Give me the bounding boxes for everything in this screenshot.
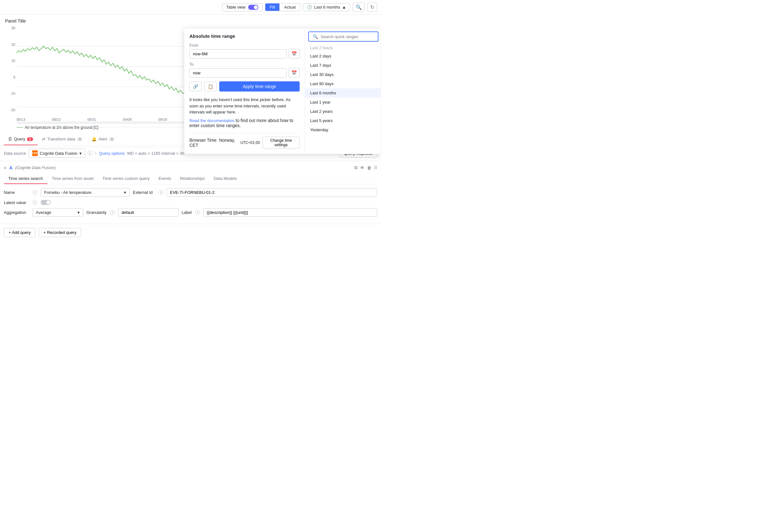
apply-time-range-button[interactable]: Apply time range — [219, 81, 300, 92]
time-picker-left: Absolute time range From 📅 To 📅 🔗 📋 Appl… — [184, 28, 305, 154]
panel-title: Panel Title — [5, 19, 376, 24]
external-id-info-icon[interactable]: i — [158, 190, 163, 195]
tp-buttons: 🔗 📋 Apply time range — [190, 81, 300, 92]
x-label: 08/31 — [87, 117, 96, 121]
name-chevron-icon: ▾ — [124, 190, 126, 195]
inner-tab-time-series-search[interactable]: Time series search — [4, 174, 47, 184]
datasource-label: Data source — [4, 151, 26, 156]
zoom-button[interactable]: 🔍 — [353, 3, 365, 12]
search-quick-ranges-input[interactable] — [321, 34, 374, 39]
label-info-icon[interactable]: i — [195, 210, 200, 215]
time-picker-right: 🔍 Last 2 hoursLast 2 daysLast 7 daysLast… — [305, 28, 381, 154]
to-row: 📅 — [190, 68, 300, 78]
x-label: 09/18 — [158, 117, 167, 121]
doc-link-text: Read the documentation to find out more … — [190, 118, 300, 128]
collapse-button[interactable]: ∨ — [4, 166, 7, 170]
granularity-input[interactable] — [118, 208, 179, 217]
quick-range-item[interactable]: Last 30 days — [305, 70, 381, 79]
latest-value-knob — [46, 200, 50, 204]
chart-y-labels: 3020100-10-20 — [5, 26, 15, 112]
datasource-select[interactable]: CDF Cognite Data Fusion ▾ — [29, 149, 85, 158]
chevron-down-icon: ▾ — [79, 151, 82, 156]
inner-tab-data-models[interactable]: Data Models — [209, 174, 241, 184]
external-id-input[interactable] — [167, 188, 377, 197]
clock-icon: 🕐 — [307, 5, 312, 10]
top-bar: Table view Fill Actual 🕐 Last 6 months ▲… — [0, 0, 381, 15]
label-input[interactable] — [203, 208, 377, 217]
doc-link[interactable]: Read the documentation — [190, 118, 235, 123]
paste-button[interactable]: 📋 — [204, 82, 217, 91]
toggle-query-icon[interactable]: 👁 — [360, 165, 364, 170]
inner-tab-events[interactable]: Events — [154, 174, 176, 184]
inner-tab-relationships[interactable]: Relationships — [176, 174, 209, 184]
chevron-right-icon: › — [95, 151, 97, 155]
refresh-button[interactable]: ↻ — [367, 3, 377, 12]
aggregation-select[interactable]: Average ▾ — [33, 208, 83, 217]
search-quick-ranges-container: 🔍 — [308, 32, 378, 41]
delete-query-icon[interactable]: 🗑 — [367, 165, 371, 170]
label-label: Label — [182, 210, 192, 215]
y-label: 10 — [5, 59, 15, 63]
quick-range-item[interactable]: Last 5 years — [305, 116, 381, 125]
quick-range-item[interactable]: Last 6 months — [305, 88, 381, 98]
chevron-up-icon: ▲ — [342, 5, 346, 10]
x-label: 08/13 — [17, 117, 26, 121]
query-ds-name: (Cognite Data Fusion) — [15, 165, 56, 170]
quick-range-item[interactable]: Last 7 days — [305, 61, 381, 70]
info-text: It looks like you haven't used this time… — [190, 97, 300, 115]
name-select[interactable]: Fornebu - Air temperature ▾ — [41, 188, 130, 197]
bottom-buttons: + Add query + Recorded query — [0, 224, 381, 241]
granularity-label: Granularity — [86, 210, 107, 215]
quick-range-item[interactable]: Last 1 year — [305, 98, 381, 107]
name-label: Name — [4, 190, 29, 195]
browser-time-label: Browser Time Norway, CET — [190, 138, 240, 148]
x-label: 08/22 — [52, 117, 61, 121]
query-actions: ⧉ 👁 🗑 ⠿ — [354, 165, 377, 170]
y-label: 30 — [5, 26, 15, 30]
time-picker-overlay: Absolute time range From 📅 To 📅 🔗 📋 Appl… — [184, 28, 381, 154]
time-range-label: Last 6 months — [314, 5, 340, 10]
query-options-link[interactable]: Query options — [99, 151, 125, 156]
duplicate-query-icon[interactable]: ⧉ — [354, 165, 357, 170]
y-label: -20 — [5, 108, 15, 112]
latest-value-info-icon[interactable]: i — [33, 200, 38, 205]
time-range-button[interactable]: 🕐 Last 6 months ▲ — [303, 3, 350, 11]
aggregation-label: Aggregation — [4, 210, 29, 215]
toggle-knob — [254, 5, 258, 9]
table-view-switch[interactable] — [248, 5, 258, 10]
from-input[interactable] — [190, 49, 287, 58]
quick-range-item[interactable]: Last 2 hours — [305, 44, 381, 51]
table-view-label: Table view — [226, 5, 246, 10]
search-icon: 🔍 — [313, 34, 318, 39]
recorded-query-button[interactable]: + Recorded query — [39, 228, 81, 237]
actual-button[interactable]: Actual — [279, 4, 300, 11]
fill-button[interactable]: Fill — [265, 4, 280, 11]
inner-tab-time-series-from-asset[interactable]: Time series from asset — [47, 174, 98, 184]
from-row: 📅 — [190, 49, 300, 58]
to-calendar-icon[interactable]: 📅 — [288, 68, 300, 78]
change-time-settings-button[interactable]: Change time settings — [263, 137, 300, 149]
aggregation-row: Aggregation Average ▾ Granularity i Labe… — [4, 208, 377, 217]
quick-range-item[interactable]: Last 2 days — [305, 51, 381, 61]
add-query-button[interactable]: + Add query — [4, 228, 36, 237]
quick-range-item[interactable]: Last 2 years — [305, 107, 381, 116]
quick-range-item[interactable]: Last 90 days — [305, 79, 381, 88]
copy-link-button[interactable]: 🔗 — [190, 82, 202, 91]
time-picker-title: Absolute time range — [190, 34, 300, 39]
table-view-toggle[interactable]: Table view — [222, 3, 263, 11]
datasource-icon: CDF — [32, 150, 38, 156]
to-label: To — [190, 62, 300, 67]
fill-actual-group: Fill Actual — [265, 3, 301, 11]
name-info-icon[interactable]: i — [33, 190, 38, 195]
query-block-header: ∨ A (Cognite Data Fusion) ⧉ 👁 🗑 ⠿ — [4, 165, 377, 170]
inner-tab-time-series-custom-query[interactable]: Time series custom query — [98, 174, 154, 184]
name-value: Fornebu - Air temperature — [44, 190, 92, 195]
from-calendar-icon[interactable]: 📅 — [288, 49, 300, 58]
utc-offset: UTC+01:00 — [240, 140, 260, 145]
to-input[interactable] — [190, 68, 287, 78]
latest-value-toggle[interactable] — [41, 200, 51, 205]
granularity-info-icon[interactable]: i — [110, 210, 115, 215]
datasource-info-icon[interactable]: i — [88, 151, 93, 156]
quick-range-item[interactable]: Yesterday — [305, 125, 381, 134]
drag-query-icon[interactable]: ⠿ — [374, 165, 377, 170]
